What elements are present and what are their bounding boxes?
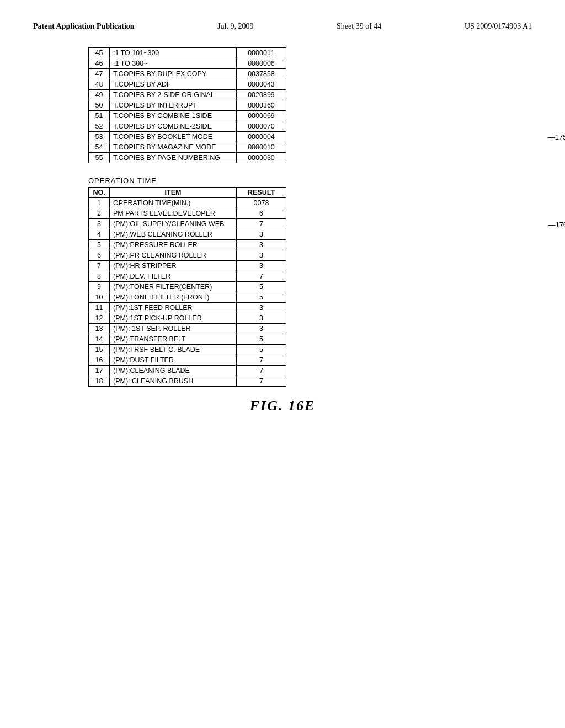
cell-result: 0037858	[237, 69, 286, 79]
table-row: 9 (PM):TONER FILTER(CENTER) 5	[89, 282, 286, 292]
cell-item: :1 TO 300~	[110, 58, 237, 69]
cell-no: 53	[89, 132, 110, 142]
operation-time-label: OPERATION TIME	[88, 176, 532, 185]
cell-item: (PM):TRSF BELT C. BLADE	[110, 345, 237, 355]
bottom-table: NO. ITEM RESULT 1 OPERATION TIME(MIN.) 0…	[88, 187, 286, 387]
page-header: Patent Application Publication Jul. 9, 2…	[33, 22, 532, 31]
cell-no: 1	[89, 198, 110, 208]
table-row: 1 OPERATION TIME(MIN.) 0078	[89, 198, 286, 208]
cell-result: 3	[237, 250, 286, 261]
cell-result: 0020899	[237, 90, 286, 100]
table-row: 16 (PM):DUST FILTER 7	[89, 355, 286, 366]
cell-result: 0000030	[237, 153, 286, 163]
table-row: 11 (PM):1ST FEED ROLLER 3	[89, 303, 286, 313]
sheet-label: Sheet 39 of 44	[337, 22, 381, 31]
table-row: 45 :1 TO 101~300 0000011	[89, 48, 286, 58]
table-row: 46 :1 TO 300~ 0000006	[89, 58, 286, 69]
table-row: 5 (PM):PRESSURE ROLLER 3	[89, 240, 286, 250]
header-result: RESULT	[237, 188, 286, 198]
cell-no: 4	[89, 229, 110, 240]
table-row: 54 T.COPIES BY MAGAZINE MODE 0000010	[89, 142, 286, 153]
ref-1760a-label: —1760A	[548, 221, 565, 229]
cell-no: 3	[89, 219, 110, 229]
cell-result: 5	[237, 334, 286, 345]
cell-item: (PM):CLEANING BLADE	[110, 366, 237, 376]
cell-item: (PM): 1ST SEP. ROLLER	[110, 324, 237, 334]
cell-no: 16	[89, 355, 110, 366]
cell-no: 14	[89, 334, 110, 345]
cell-no: 12	[89, 313, 110, 324]
cell-item: (PM):DUST FILTER	[110, 355, 237, 366]
cell-item: (PM):OIL SUPPLY/CLEANING WEB	[110, 219, 237, 229]
cell-result: 6	[237, 208, 286, 219]
table-row: 51 T.COPIES BY COMBINE-1SIDE 0000069	[89, 111, 286, 121]
cell-result: 5	[237, 292, 286, 303]
cell-no: 55	[89, 153, 110, 163]
table-row: 12 (PM):1ST PICK-UP ROLLER 3	[89, 313, 286, 324]
cell-item: T.COPIES BY COMBINE-2SIDE	[110, 121, 237, 132]
ref-1750c-label: —1750C	[548, 133, 565, 141]
table-row: 14 (PM):TRANSFER BELT 5	[89, 334, 286, 345]
cell-result: 7	[237, 355, 286, 366]
cell-no: 48	[89, 79, 110, 90]
cell-no: 5	[89, 240, 110, 250]
table-row: 55 T.COPIES BY PAGE NUMBERING 0000030	[89, 153, 286, 163]
table-row: 47 T.COPIES BY DUPLEX COPY 0037858	[89, 69, 286, 79]
cell-item: (PM):TONER FILTER (FRONT)	[110, 292, 237, 303]
table-row: 7 (PM):HR STRIPPER 3	[89, 261, 286, 271]
cell-item: T.COPIES BY MAGAZINE MODE	[110, 142, 237, 153]
cell-item: T.COPIES BY 2-SIDE ORIGINAL	[110, 90, 237, 100]
cell-item: (PM):TONER FILTER(CENTER)	[110, 282, 237, 292]
cell-result: 0000069	[237, 111, 286, 121]
cell-no: 45	[89, 48, 110, 58]
table-row: 49 T.COPIES BY 2-SIDE ORIGINAL 0020899	[89, 90, 286, 100]
cell-no: 51	[89, 111, 110, 121]
date-label: Jul. 9, 2009	[217, 22, 253, 31]
cell-item: (PM):1ST PICK-UP ROLLER	[110, 313, 237, 324]
cell-item: (PM): CLEANING BRUSH	[110, 376, 237, 387]
table-row: 3 (PM):OIL SUPPLY/CLEANING WEB 7	[89, 219, 286, 229]
cell-item: (PM):PRESSURE ROLLER	[110, 240, 237, 250]
cell-no: 15	[89, 345, 110, 355]
cell-item: (PM):TRANSFER BELT	[110, 334, 237, 345]
cell-no: 2	[89, 208, 110, 219]
cell-result: 3	[237, 324, 286, 334]
cell-item: :1 TO 101~300	[110, 48, 237, 58]
cell-no: 13	[89, 324, 110, 334]
cell-no: 46	[89, 58, 110, 69]
cell-item: T.COPIES BY DUPLEX COPY	[110, 69, 237, 79]
cell-result: 3	[237, 229, 286, 240]
cell-item: (PM):DEV. FILTER	[110, 271, 237, 282]
cell-no: 49	[89, 90, 110, 100]
patent-number-label: US 2009/0174903 A1	[465, 22, 532, 31]
header-item: ITEM	[110, 188, 237, 198]
top-table-section: 45 :1 TO 101~300 0000011 46 :1 TO 300~ 0…	[88, 47, 532, 163]
cell-no: 11	[89, 303, 110, 313]
table-row: 17 (PM):CLEANING BLADE 7	[89, 366, 286, 376]
cell-item: (PM):HR STRIPPER	[110, 261, 237, 271]
cell-item: (PM):1ST FEED ROLLER	[110, 303, 237, 313]
table-row: 2 PM PARTS LEVEL:DEVELOPER 6	[89, 208, 286, 219]
cell-item: T.COPIES BY PAGE NUMBERING	[110, 153, 237, 163]
cell-no: 50	[89, 100, 110, 111]
cell-item: OPERATION TIME(MIN.)	[110, 198, 237, 208]
cell-result: 0000043	[237, 79, 286, 90]
cell-result: 7	[237, 219, 286, 229]
table-row: 4 (PM):WEB CLEANING ROLLER 3	[89, 229, 286, 240]
cell-item: PM PARTS LEVEL:DEVELOPER	[110, 208, 237, 219]
cell-result: 5	[237, 282, 286, 292]
header-no: NO.	[89, 188, 110, 198]
cell-result: 0000004	[237, 132, 286, 142]
table-row: 48 T.COPIES BY ADF 0000043	[89, 79, 286, 90]
cell-result: 7	[237, 366, 286, 376]
cell-item: T.COPIES BY BOOKLET MODE	[110, 132, 237, 142]
cell-no: 17	[89, 366, 110, 376]
cell-item: T.COPIES BY INTERRUPT	[110, 100, 237, 111]
page: Patent Application Publication Jul. 9, 2…	[0, 0, 565, 728]
table-header-row: NO. ITEM RESULT	[89, 188, 286, 198]
table-row: 53 T.COPIES BY BOOKLET MODE 0000004	[89, 132, 286, 142]
top-table: 45 :1 TO 101~300 0000011 46 :1 TO 300~ 0…	[88, 47, 286, 163]
cell-result: 0000360	[237, 100, 286, 111]
cell-result: 0000006	[237, 58, 286, 69]
cell-result: 3	[237, 303, 286, 313]
